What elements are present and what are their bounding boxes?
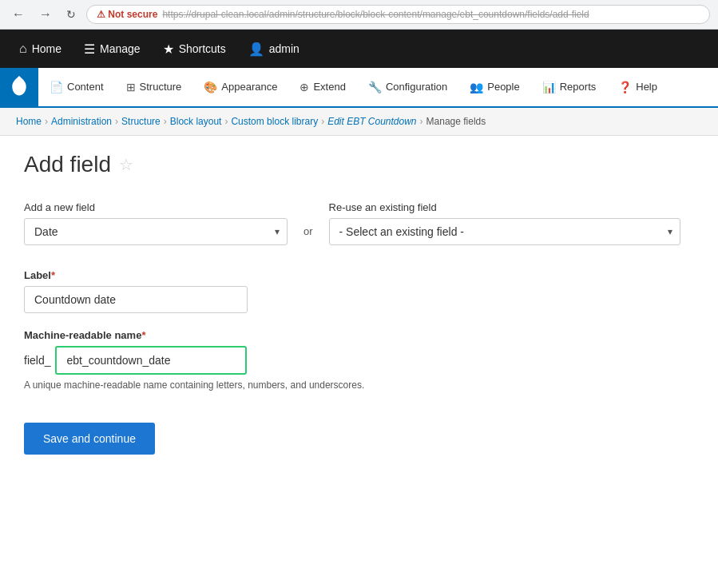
reports-icon: 📊	[542, 81, 556, 93]
browser-bar: ← → ↻ ⚠ Not secure https://drupal-clean.…	[0, 0, 718, 30]
toolbar-manage[interactable]: ☰ Manage	[74, 35, 150, 63]
address-bar: ⚠ Not secure https://drupal-clean.local/…	[86, 5, 710, 24]
home-icon: ⌂	[19, 42, 27, 56]
nav-help[interactable]: ❓ Help	[607, 70, 668, 107]
breadcrumb-sep-2: ›	[115, 116, 118, 127]
add-new-field-label: Add a new field	[24, 201, 288, 213]
help-icon: ❓	[618, 81, 632, 93]
breadcrumb-sep-6: ›	[420, 116, 423, 127]
field-add-row: Add a new field Date ▾ or Re-use an exis…	[24, 201, 694, 245]
nav-content[interactable]: 📄 Content	[38, 70, 115, 107]
toolbar-home[interactable]: ⌂ Home	[10, 35, 71, 62]
reload-button[interactable]: ↻	[62, 6, 80, 22]
forward-button[interactable]: →	[35, 6, 56, 23]
security-indicator: ⚠ Not secure	[97, 9, 157, 20]
url-display: https://drupal-clean.local/admin/structu…	[162, 9, 589, 20]
field-type-select-wrapper: Date ▾	[24, 218, 288, 245]
star-toolbar-icon: ★	[163, 42, 174, 57]
breadcrumb-sep-5: ›	[321, 116, 324, 127]
admin-toolbar: ⌂ Home ☰ Manage ★ Shortcuts 👤 admin	[0, 30, 718, 68]
breadcrumb-admin[interactable]: Administration	[51, 116, 112, 127]
menu-icon: ☰	[84, 42, 95, 57]
label-form-group: Label*	[24, 269, 694, 313]
breadcrumb-home[interactable]: Home	[16, 116, 42, 127]
reuse-field-label: Re-use an existing field	[329, 201, 694, 213]
toolbar-admin[interactable]: 👤 admin	[239, 35, 309, 63]
breadcrumb-structure[interactable]: Structure	[121, 116, 161, 127]
page-title: Add field ☆	[24, 152, 694, 177]
nav-extend[interactable]: ⊕ Extend	[288, 70, 356, 107]
add-new-field-group: Add a new field Date ▾	[24, 201, 288, 245]
extend-icon: ⊕	[299, 81, 309, 93]
bookmark-star-icon[interactable]: ☆	[119, 155, 133, 174]
reuse-field-group: Re-use an existing field - Select an exi…	[329, 201, 694, 245]
label-input[interactable]	[24, 286, 248, 313]
machine-name-label: Machine-readable name*	[24, 329, 694, 341]
structure-icon: ⊞	[126, 81, 136, 93]
or-separator: or	[303, 201, 313, 237]
breadcrumb-edit-ebt[interactable]: Edit EBT Countdown	[327, 116, 416, 127]
nav-structure[interactable]: ⊞ Structure	[115, 70, 193, 107]
existing-field-select-wrapper: - Select an existing field - ▾	[329, 218, 680, 245]
nav-people[interactable]: 👥 People	[458, 70, 530, 107]
content-icon: 📄	[50, 81, 63, 93]
toolbar-shortcuts[interactable]: ★ Shortcuts	[153, 35, 236, 63]
machine-prefix-label: field_	[24, 348, 55, 373]
breadcrumb-block-layout[interactable]: Block layout	[170, 116, 222, 127]
machine-name-input[interactable]	[55, 346, 247, 375]
label-field-label: Label*	[24, 269, 694, 281]
nav-appearance[interactable]: 🎨 Appearance	[192, 70, 288, 107]
breadcrumb-sep-3: ›	[164, 116, 167, 127]
save-continue-button[interactable]: Save and continue	[24, 423, 155, 455]
page-content: Add field ☆ Add a new field Date ▾ or Re…	[0, 136, 718, 487]
back-button[interactable]: ←	[8, 6, 29, 23]
breadcrumb-custom-block-library[interactable]: Custom block library	[231, 116, 318, 127]
breadcrumb-manage-fields: Manage fields	[426, 116, 486, 127]
breadcrumb-sep-1: ›	[45, 116, 48, 127]
configuration-icon: 🔧	[368, 81, 382, 93]
label-required-star: *	[51, 269, 55, 281]
machine-name-required-star: *	[141, 329, 145, 341]
machine-name-row: field_	[24, 346, 694, 375]
existing-field-select[interactable]: - Select an existing field -	[329, 218, 680, 245]
user-icon: 👤	[248, 42, 264, 57]
secondary-nav: 📄 Content ⊞ Structure 🎨 Appearance ⊕ Ext…	[0, 68, 718, 108]
nav-reports[interactable]: 📊 Reports	[531, 70, 608, 107]
field-type-select[interactable]: Date	[24, 218, 288, 245]
breadcrumb-sep-4: ›	[224, 116, 228, 127]
machine-name-form-group: Machine-readable name* field_ A unique m…	[24, 329, 694, 391]
people-icon: 👥	[470, 81, 483, 93]
machine-name-help-text: A unique machine-readable name containin…	[24, 379, 694, 391]
appearance-icon: 🎨	[204, 81, 217, 93]
nav-configuration[interactable]: 🔧 Configuration	[357, 70, 458, 107]
drupal-logo[interactable]	[0, 68, 38, 106]
breadcrumb: Home › Administration › Structure › Bloc…	[0, 108, 718, 136]
